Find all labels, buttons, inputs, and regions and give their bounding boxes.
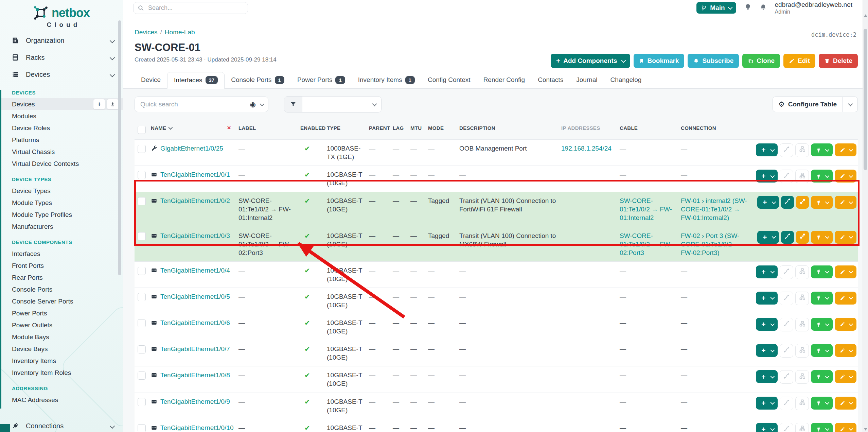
trace-button[interactable] xyxy=(780,370,793,384)
trace-button[interactable] xyxy=(780,292,793,305)
add-component-button[interactable]: + xyxy=(756,170,778,183)
trace-button[interactable] xyxy=(781,196,794,209)
import-button[interactable] xyxy=(107,99,119,109)
search-input[interactable] xyxy=(147,4,244,12)
hierarchy-button[interactable] xyxy=(795,265,809,279)
row-checkbox[interactable] xyxy=(138,319,146,327)
tab-inventory-items[interactable]: Inventory Items1 xyxy=(352,72,421,88)
sidebar-item-interfaces[interactable]: Interfaces xyxy=(1,248,123,260)
interface-link[interactable]: TenGigabitEthernet1/0/6 xyxy=(160,318,230,327)
sidebar-item-module-bays[interactable]: Module Bays xyxy=(1,331,123,343)
bookmark-button[interactable]: Bookmark xyxy=(634,54,685,68)
trace-button[interactable] xyxy=(780,423,793,432)
sidebar-item-mac-addresses[interactable]: MAC Addresses xyxy=(1,394,123,406)
row-checkbox[interactable] xyxy=(138,197,146,205)
column-header-description[interactable]: DESCRIPTION xyxy=(459,125,561,131)
configure-table-caret[interactable] xyxy=(842,97,857,112)
select-all-checkbox[interactable] xyxy=(138,126,146,134)
tab-power-ports[interactable]: Power Ports1 xyxy=(291,72,352,88)
add-component-button[interactable]: + xyxy=(756,265,778,278)
sidebar-item-device-types[interactable]: Device Types xyxy=(1,185,123,197)
hierarchy-button[interactable] xyxy=(795,397,809,410)
cable-connect-button[interactable] xyxy=(811,196,833,209)
edit-interface-button[interactable] xyxy=(835,370,856,383)
saved-filter-dropdown[interactable]: ◉ xyxy=(245,97,268,112)
row-checkbox[interactable] xyxy=(138,145,146,153)
sidebar-item-power-ports[interactable]: Power Ports xyxy=(1,307,123,319)
column-header-type[interactable]: TYPE xyxy=(327,125,369,131)
interface-link[interactable]: TenGigabitEthernet1/0/1 xyxy=(160,170,230,179)
hierarchy-button[interactable] xyxy=(795,292,809,305)
edit-interface-button[interactable] xyxy=(835,397,856,410)
edit-interface-button[interactable] xyxy=(835,423,856,432)
edit-interface-button[interactable] xyxy=(835,170,856,183)
add-component-button[interactable]: + xyxy=(756,370,778,383)
trace-button[interactable] xyxy=(780,265,793,279)
page-scrollbar[interactable] xyxy=(863,0,868,432)
configure-table-button[interactable]: ⚙ Configure Table xyxy=(773,97,842,112)
row-checkbox[interactable] xyxy=(138,293,146,301)
trace-button[interactable] xyxy=(780,397,793,410)
row-checkbox[interactable] xyxy=(138,171,146,179)
subscribe-button[interactable]: Subscribe xyxy=(688,54,739,68)
add-component-button[interactable]: + xyxy=(757,196,779,209)
tab-console-ports[interactable]: Console Ports1 xyxy=(225,72,291,88)
lightbulb-icon[interactable] xyxy=(744,3,751,13)
edit-interface-button[interactable] xyxy=(835,196,856,209)
interface-link[interactable]: TenGigabitEthernet1/0/2 xyxy=(160,196,230,205)
add-components-button[interactable]: +Add Components xyxy=(551,54,630,68)
sidebar-item-power-outlets[interactable]: Power Outlets xyxy=(1,319,123,331)
breadcrumb-link-home-lab[interactable]: Home-Lab xyxy=(165,29,195,36)
sidebar-item-racks[interactable]: Racks xyxy=(0,49,123,66)
sidebar-item-modules[interactable]: Modules xyxy=(1,110,123,122)
sidebar-item-devices[interactable]: Devices+ xyxy=(1,98,123,110)
add-component-button[interactable]: + xyxy=(756,344,778,357)
interface-link[interactable]: TenGigabitEthernet1/0/4 xyxy=(160,266,230,275)
hierarchy-button[interactable] xyxy=(795,318,809,331)
add-component-button[interactable]: + xyxy=(756,143,778,156)
tab-config-context[interactable]: Config Context xyxy=(421,72,477,88)
edit-interface-button[interactable] xyxy=(835,344,856,357)
global-search[interactable] xyxy=(133,2,248,14)
trace-button[interactable] xyxy=(781,231,794,244)
edit-interface-button[interactable] xyxy=(835,318,856,331)
netbox-logo[interactable]: netbox xyxy=(0,0,123,20)
row-checkbox[interactable] xyxy=(138,267,146,275)
column-header-mode[interactable]: MODE xyxy=(428,125,459,131)
sidebar-item-console-server-ports[interactable]: Console Server Ports xyxy=(1,295,123,307)
edit-interface-button[interactable] xyxy=(835,143,856,156)
interface-link[interactable]: TenGigabitEthernet1/0/10 xyxy=(160,424,234,432)
filter-select[interactable] xyxy=(302,97,381,112)
trace-button[interactable] xyxy=(780,318,793,331)
sidebar-item-front-ports[interactable]: Front Ports xyxy=(1,260,123,272)
hierarchy-button[interactable] xyxy=(795,170,809,183)
filter-button[interactable] xyxy=(284,97,302,112)
add-button[interactable]: + xyxy=(93,99,105,109)
sidebar-item-device-roles[interactable]: Device Roles xyxy=(1,122,123,134)
sidebar-scrollbar[interactable] xyxy=(118,20,121,275)
hierarchy-button[interactable] xyxy=(795,370,809,384)
disconnect-button[interactable] xyxy=(796,196,809,209)
breadcrumb-link-devices[interactable]: Devices xyxy=(135,29,158,36)
column-header-label[interactable]: LABEL xyxy=(238,125,300,131)
row-checkbox[interactable] xyxy=(138,371,146,380)
add-component-button[interactable]: + xyxy=(756,423,778,432)
sidebar-item-manufacturers[interactable]: Manufacturers xyxy=(1,221,123,232)
sidebar-item-device-bays[interactable]: Device Bays xyxy=(1,343,123,355)
sidebar-item-virtual-device-contexts[interactable]: Virtual Device Contexts xyxy=(1,158,123,170)
interface-link[interactable]: GigabitEthernet1/0/25 xyxy=(160,144,223,153)
column-header-name[interactable]: NAME× xyxy=(151,124,238,132)
clone-button[interactable]: Clone xyxy=(742,54,780,68)
tab-journal[interactable]: Journal xyxy=(570,72,604,88)
sidebar-item-inventory-item-roles[interactable]: Inventory Item Roles xyxy=(1,367,123,379)
cable-connect-button[interactable] xyxy=(811,344,833,357)
trace-button[interactable] xyxy=(780,344,793,358)
bell-icon[interactable] xyxy=(760,3,767,13)
tab-device[interactable]: Device xyxy=(135,72,167,88)
connection-cell[interactable]: FW-02 › Port 3 (SW-CORE-01:Te1/0/2 → FW-… xyxy=(681,227,752,261)
cable-connect-button[interactable] xyxy=(811,397,833,410)
interface-link[interactable]: TenGigabitEthernet1/0/5 xyxy=(160,292,230,301)
scroll-up-arrow[interactable] xyxy=(864,14,867,17)
interface-link[interactable]: TenGigabitEthernet1/0/3 xyxy=(160,231,230,240)
add-component-button[interactable]: + xyxy=(756,292,778,305)
